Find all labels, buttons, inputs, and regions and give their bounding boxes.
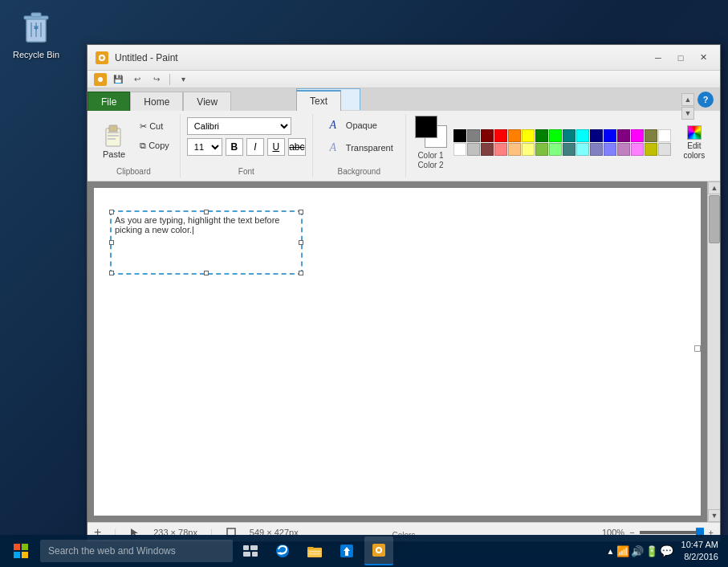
recycle-bin-icon[interactable]: Recycle Bin [8, 8, 64, 59]
tab-home[interactable]: Home [130, 92, 183, 111]
tab-view[interactable]: View [183, 92, 231, 111]
scroll-down-arrow[interactable]: ▼ [708, 509, 720, 522]
swatch-darkred[interactable] [481, 129, 494, 142]
canvas-handle-right[interactable] [694, 345, 701, 352]
ribbon: Paste ✂ Cut ⧉ Copy Clipboard [87, 111, 720, 182]
swatch-blue[interactable] [604, 129, 616, 142]
swatch-lightyellow[interactable] [522, 143, 535, 156]
italic-button[interactable]: I [246, 138, 264, 156]
handle-br[interactable] [299, 271, 303, 275]
swatch-cyan[interactable] [576, 129, 589, 142]
handle-bm[interactable] [204, 271, 209, 275]
swatch-olive[interactable] [645, 129, 657, 142]
notification-icon[interactable]: 💬 [660, 545, 673, 557]
quick-access-dropdown[interactable]: ▾ [175, 72, 191, 87]
title-bar: Untitled - Paint ─ □ ✕ [87, 45, 720, 71]
font-family-select[interactable]: Calibri [187, 117, 291, 135]
scrollbar-thumb[interactable] [709, 195, 720, 243]
swatch-red[interactable] [494, 129, 507, 142]
explorer-button[interactable] [300, 536, 329, 565]
canvas[interactable]: As you are typing, highlight the text be… [94, 188, 701, 516]
swatch-yellow[interactable] [522, 129, 535, 142]
system-clock[interactable]: 10:47 AM 8/2/2016 [677, 539, 723, 564]
swatch-peach[interactable] [508, 143, 521, 156]
font-size-select[interactable]: 11 [187, 138, 222, 156]
swatch-darkgreen[interactable] [535, 129, 548, 142]
battery-icon[interactable]: 🔋 [645, 545, 658, 557]
strikethrough-button[interactable]: abc [288, 138, 306, 156]
start-button[interactable] [5, 536, 37, 565]
swatch-darkteal[interactable] [563, 129, 575, 142]
swatch-white[interactable] [658, 129, 671, 142]
ribbon-scroll-down[interactable]: ▼ [681, 107, 694, 120]
swatch-brown[interactable] [481, 143, 494, 156]
swatch-teal2[interactable] [563, 143, 575, 156]
help-button[interactable]: ? [697, 92, 714, 108]
copy-icon: ⧉ [140, 141, 146, 151]
redo-quick-button[interactable]: ↪ [148, 72, 165, 87]
handle-bl[interactable] [109, 271, 114, 275]
cut-button[interactable]: ✂ Cut [136, 117, 173, 135]
taskview-button[interactable] [236, 536, 265, 565]
save-quick-button[interactable]: 💾 [110, 72, 126, 87]
swatch-orange[interactable] [508, 129, 521, 142]
network-icon[interactable]: 📶 [616, 545, 629, 557]
bold-button[interactable]: B [226, 138, 243, 156]
swatch-lightgreen[interactable] [535, 143, 548, 156]
edit-colors-button[interactable]: Editcolors [677, 122, 712, 164]
handle-tm[interactable] [204, 210, 209, 214]
swatch-gray[interactable] [467, 129, 480, 142]
swatch-lightcyan[interactable] [576, 143, 589, 156]
swatch-lightgray[interactable] [658, 143, 671, 156]
taskbar-search-input[interactable] [40, 540, 233, 562]
scroll-up-arrow[interactable]: ▲ [708, 182, 720, 194]
swatch-darkblue[interactable] [590, 129, 603, 142]
copy-button[interactable]: ⧉ Copy [136, 137, 173, 154]
volume-icon[interactable]: 🔊 [631, 545, 644, 557]
swatch-white2[interactable] [453, 143, 466, 156]
swatch-salmon[interactable] [494, 143, 507, 156]
swatch-darkpurple[interactable] [617, 129, 630, 142]
swatch-magenta[interactable] [631, 129, 644, 142]
maximize-button[interactable]: □ [670, 50, 691, 66]
bg-buttons: A Opaque A Transparent [319, 116, 399, 157]
paste-button[interactable]: Paste [94, 116, 134, 165]
text-box[interactable]: As you are typing, highlight the text be… [110, 210, 303, 275]
minimize-button[interactable]: ─ [648, 50, 669, 66]
tab-text[interactable]: Text [296, 90, 341, 111]
sys-tray-icons: ▲ 📶 🔊 🔋 💬 [607, 545, 673, 557]
zoom-slider[interactable] [640, 531, 704, 534]
swatch-pink[interactable] [631, 143, 644, 156]
handle-ml[interactable] [109, 240, 114, 245]
svg-rect-22 [250, 545, 258, 550]
taskview-icon [243, 545, 258, 557]
ribbon-scroll-up[interactable]: ▲ [681, 93, 694, 106]
swatch-darkgold[interactable] [645, 143, 657, 156]
handle-tl[interactable] [109, 210, 114, 214]
swatch-black[interactable] [453, 129, 466, 142]
paint-taskbar-button[interactable] [364, 536, 393, 565]
swatch-lightblue[interactable] [604, 143, 616, 156]
opaque-button[interactable]: A Opaque [319, 116, 399, 135]
underline-button[interactable]: U [267, 138, 285, 156]
undo-quick-button[interactable]: ↩ [129, 72, 145, 87]
chevron-icon[interactable]: ▲ [607, 547, 615, 556]
close-button[interactable]: ✕ [693, 50, 714, 66]
swatch-green[interactable] [549, 129, 562, 142]
edge-button[interactable] [268, 536, 297, 565]
transparent-button[interactable]: A Transparent [319, 138, 399, 157]
transparent-icon: A [325, 141, 341, 154]
ribbon-group-font: Calibri 11 B I [181, 114, 313, 177]
store-button[interactable] [332, 536, 361, 565]
handle-mr[interactable] [299, 240, 303, 245]
swatch-slate[interactable] [590, 143, 603, 156]
color1-box[interactable] [415, 116, 437, 138]
tab-file[interactable]: File [87, 92, 130, 111]
swatch-silver[interactable] [467, 143, 480, 156]
scrollbar-vertical[interactable]: ▲ ▼ [707, 182, 720, 522]
recycle-bin-label: Recycle Bin [13, 50, 59, 59]
handle-tr[interactable] [299, 210, 303, 214]
opaque-icon: A [325, 119, 341, 132]
swatch-mintgreen[interactable] [549, 143, 562, 156]
swatch-lilac[interactable] [617, 143, 630, 156]
